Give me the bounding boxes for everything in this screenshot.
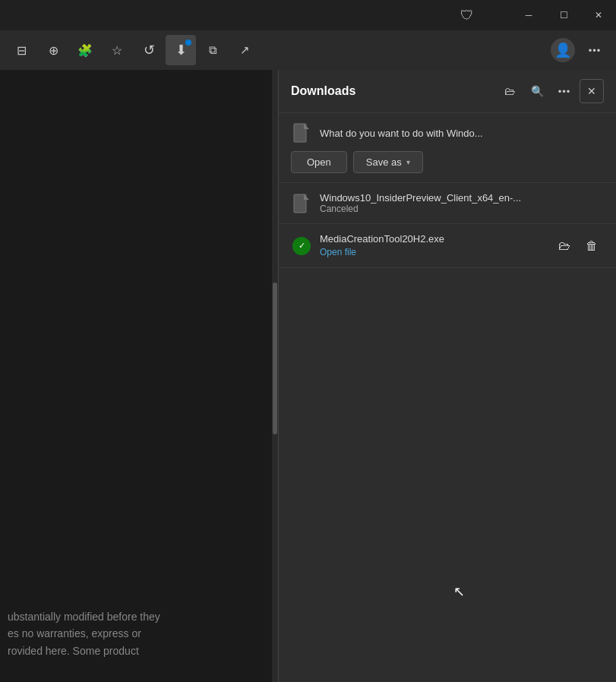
header-actions: 🗁 🔍 ••• ✕ (498, 79, 604, 103)
main-content: ubstantially modified before they es no … (0, 70, 616, 682)
delete-icon: 🗑 (586, 239, 598, 253)
downloads-badge (185, 39, 191, 46)
download-item: What do you want to do with Windo... Ope… (279, 113, 616, 183)
download-status-2: Canceled (320, 204, 604, 214)
page-area: ubstantially modified before they es no … (0, 70, 272, 682)
add-tab-icon: ⊕ (49, 43, 58, 58)
favorites-icon: ☆ (112, 43, 122, 58)
page-line-1: ubstantially modified before they (8, 608, 264, 625)
scrollbar[interactable] (272, 70, 278, 682)
file-icon-1 (291, 122, 312, 144)
downloads-icon: ⬇ (175, 42, 187, 58)
more-button[interactable]: ••• (580, 35, 610, 65)
search-icon: 🔍 (531, 85, 544, 97)
download-item: ✓ MediaCreationTool20H2.exe Open file 🗁 … (279, 224, 616, 268)
downloads-panel: Downloads 🗁 🔍 ••• ✕ (278, 70, 616, 682)
share-button[interactable]: ↗ (229, 35, 260, 65)
file-icon-3: ✓ (291, 235, 312, 257)
open-folder-button[interactable]: 🗁 (498, 79, 522, 103)
shield-icon[interactable]: 🛡 (460, 8, 474, 24)
page-line-2: es no warranties, express or (8, 625, 264, 642)
downloads-header: Downloads 🗁 🔍 ••• ✕ (279, 70, 616, 113)
collections-button[interactable]: ⧉ (197, 35, 228, 65)
sidebar-icon: ⊟ (17, 43, 27, 58)
share-icon: ↗ (240, 43, 250, 57)
file-info-2: Windows10_InsiderPreview_Client_x64_en-.… (320, 192, 604, 214)
close-downloads-button[interactable]: ✕ (580, 79, 604, 103)
file-icon-2 (291, 193, 312, 214)
chevron-down-icon: ▾ (406, 158, 410, 166)
folder-icon: 🗁 (504, 85, 515, 97)
save-as-label: Save as (366, 156, 402, 168)
delete-download-button[interactable]: 🗑 (580, 234, 604, 258)
sidebar-toggle-button[interactable]: ⊟ (6, 35, 36, 65)
browser-toolbar: ⊟ ⊕ 🧩 ☆ ↺ ⬇ ⧉ ↗ 👤 ••• (0, 30, 616, 70)
scrollbar-thumb[interactable] (273, 283, 277, 434)
downloads-button[interactable]: ⬇ (166, 35, 196, 65)
downloads-list: What do you want to do with Windo... Ope… (279, 113, 616, 682)
item-action-buttons: Open Save as ▾ (291, 151, 604, 173)
file-info-3: MediaCreationTool20H2.exe Open file (320, 233, 545, 258)
download-filename-1: What do you want to do with Windo... (320, 128, 604, 139)
item-info-row: What do you want to do with Windo... (291, 122, 604, 144)
completed-badge: ✓ (292, 237, 311, 255)
history-icon: ↺ (144, 42, 155, 58)
title-bar-controls: ─ ☐ ✕ (511, 0, 616, 30)
page-line-3: rovided here. Some product (8, 643, 264, 659)
more-icon: ••• (558, 86, 571, 97)
favorites-button[interactable]: ☆ (102, 35, 132, 65)
collections-icon: ⧉ (209, 43, 217, 57)
more-icon: ••• (589, 45, 602, 56)
close-button[interactable]: ✕ (581, 0, 616, 30)
open-button[interactable]: Open (291, 151, 347, 173)
open-file-link[interactable]: Open file (320, 247, 356, 257)
folder-icon: 🗁 (558, 239, 570, 253)
close-icon: ✕ (587, 85, 596, 97)
title-bar: 🛡 ─ ☐ ✕ (0, 0, 616, 30)
search-downloads-button[interactable]: 🔍 (525, 79, 549, 103)
history-button[interactable]: ↺ (134, 35, 164, 65)
avatar: 👤 (551, 38, 575, 62)
downloads-title: Downloads (291, 84, 498, 98)
show-in-folder-button[interactable]: 🗁 (552, 234, 577, 258)
profile-button[interactable]: 👤 (548, 35, 578, 65)
download-filename-3: MediaCreationTool20H2.exe (320, 233, 545, 245)
page-text-content: ubstantially modified before they es no … (0, 601, 272, 667)
item-action-buttons-3: 🗁 🗑 (552, 234, 604, 258)
checkmark-icon: ✓ (299, 241, 305, 251)
save-as-button[interactable]: Save as ▾ (353, 151, 423, 173)
extensions-icon: 🧩 (77, 43, 93, 58)
more-options-button[interactable]: ••• (552, 79, 577, 103)
maximize-button[interactable]: ☐ (546, 0, 581, 30)
download-filename-2: Windows10_InsiderPreview_Client_x64_en-.… (320, 192, 604, 204)
extensions-button[interactable]: 🧩 (70, 35, 100, 65)
add-tab-button[interactable]: ⊕ (38, 35, 68, 65)
minimize-button[interactable]: ─ (511, 0, 546, 30)
download-item: Windows10_InsiderPreview_Client_x64_en-.… (279, 183, 616, 224)
